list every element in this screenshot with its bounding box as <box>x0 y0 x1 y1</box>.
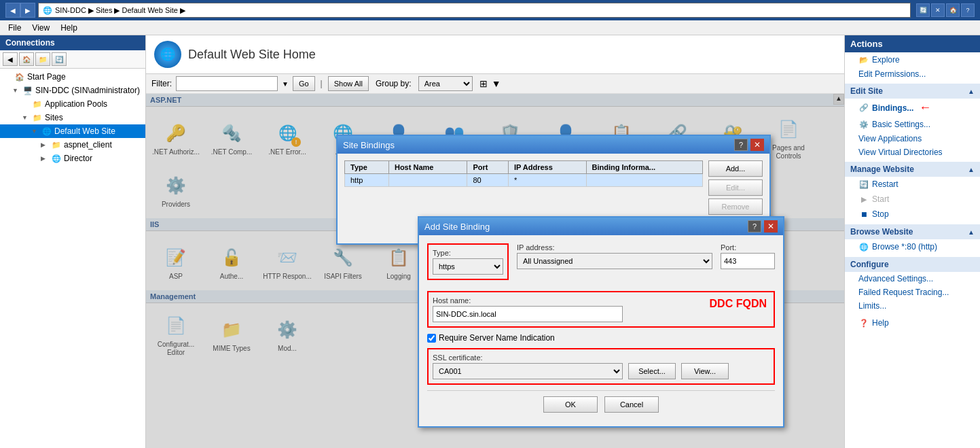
browse-website-header[interactable]: Browse Website ▲ <box>845 224 980 239</box>
expand-icon: ▼ <box>12 87 20 94</box>
connections-header: Connections <box>0 35 145 50</box>
type-select[interactable]: https http <box>433 258 503 275</box>
remove-binding-btn[interactable]: Remove <box>708 199 763 215</box>
help-section: ❓ Help <box>845 315 980 330</box>
start-icon: ▶ <box>858 194 869 205</box>
row-port: 80 <box>467 174 509 187</box>
ip-select[interactable]: All Unassigned <box>517 253 712 269</box>
configure-label: Configure <box>850 260 889 269</box>
col-binding: Binding Informa... <box>586 161 702 174</box>
refresh-icon[interactable]: 🔄 <box>916 3 930 17</box>
bindings-link[interactable]: 🔗 Bindings... ← <box>845 99 980 117</box>
manage-website-label: Manage Website <box>850 165 914 174</box>
expand-icon: ▶ <box>41 141 49 148</box>
sni-checkbox[interactable] <box>427 334 436 343</box>
browse-80-link[interactable]: 🌐 Browse *:80 (http) <box>845 239 980 254</box>
add-binding-titlebar: Add Site Binding ? ✕ <box>419 218 783 235</box>
add-binding-help-btn[interactable]: ? <box>748 220 761 232</box>
add-binding-btn[interactable]: Add... <box>708 160 763 177</box>
explore-label: Explore <box>872 55 900 65</box>
tree-item-aspnet-client[interactable]: ▶ 📁 aspnet_client <box>0 138 145 152</box>
edit-permissions-link[interactable]: Edit Permissions... <box>845 67 980 81</box>
default-web-site-icon: 🌐 <box>41 126 52 137</box>
ok-btn[interactable]: OK <box>543 396 598 413</box>
limits-label: Limits... <box>858 301 886 311</box>
col-type: Type <box>345 161 389 174</box>
stop-link[interactable]: ⏹ Stop <box>845 207 980 222</box>
sidebar-folder-btn[interactable]: 📁 <box>35 52 50 66</box>
restart-label: Restart <box>872 179 899 189</box>
help-icon[interactable]: ? <box>961 3 975 17</box>
ssl-select[interactable]: CA001 <box>433 363 623 379</box>
start-link[interactable]: ▶ Start <box>845 192 980 207</box>
go-button[interactable]: Go <box>293 76 315 91</box>
tree-item-sin-ddc[interactable]: ▼ 🖥️ SIN-DDC (SIN\administrator) <box>0 84 145 97</box>
view-applications-link[interactable]: View Applications <box>845 132 980 145</box>
app-pools-label: Application Pools <box>45 99 107 109</box>
tree-item-default-web-site[interactable]: ▼ 🌐 Default Web Site <box>0 124 145 138</box>
director-label: Director <box>64 154 92 163</box>
site-bindings-help-btn[interactable]: ? <box>734 139 748 151</box>
aspnet-client-icon: 📁 <box>51 139 62 150</box>
tree-item-sites[interactable]: ▼ 📁 Sites <box>0 111 145 124</box>
view-virtual-directories-link[interactable]: View Virtual Directories <box>845 145 980 159</box>
configure-header[interactable]: Configure <box>845 257 980 272</box>
breadcrumb-text: SIN-DDC ▶ Sites ▶ Default Web Site ▶ <box>55 6 185 15</box>
default-web-site-label: Default Web Site <box>54 126 115 136</box>
filter-input[interactable] <box>176 76 278 91</box>
forward-button[interactable]: ▶ <box>20 3 35 18</box>
ip-label: IP address: <box>517 243 712 252</box>
sin-ddc-icon: 🖥️ <box>22 85 33 96</box>
failed-request-link[interactable]: Failed Request Tracing... <box>845 286 980 299</box>
basic-settings-link[interactable]: ⚙️ Basic Settings... <box>845 117 980 132</box>
add-binding-close-btn[interactable]: ✕ <box>764 220 778 232</box>
browse-80-label: Browse *:80 (http) <box>872 242 937 252</box>
group-by-select[interactable]: Area <box>418 76 473 91</box>
file-menu[interactable]: File <box>3 22 26 34</box>
explore-link[interactable]: 📂 Explore <box>845 52 980 67</box>
sin-ddc-label: SIN-DDC (SIN\administrator) <box>35 86 140 95</box>
tree-item-start-page[interactable]: 🏠 Start Page <box>0 70 145 84</box>
app-pools-icon: 📁 <box>32 99 43 109</box>
edit-permissions-label: Edit Permissions... <box>858 69 926 79</box>
edit-site-header[interactable]: Edit Site ▲ <box>845 84 980 99</box>
show-all-button[interactable]: Show All <box>328 76 369 91</box>
stop-icon[interactable]: ✕ <box>931 3 945 17</box>
help-menu[interactable]: Help <box>55 22 83 34</box>
hostname-input[interactable]: SIN-DDC.sin.local <box>433 306 623 322</box>
help-link[interactable]: ❓ Help <box>845 315 980 330</box>
back-button[interactable]: ◀ <box>5 3 20 18</box>
restart-link[interactable]: 🔄 Restart <box>845 177 980 192</box>
address-bar[interactable]: 🌐 SIN-DDC ▶ Sites ▶ Default Web Site ▶ <box>38 3 911 18</box>
advanced-settings-link[interactable]: Advanced Settings... <box>845 272 980 286</box>
manage-website-chevron: ▲ <box>968 166 975 173</box>
group-by-label: Group by: <box>376 79 412 88</box>
view-cert-btn[interactable]: View... <box>681 363 729 379</box>
port-input[interactable]: 443 <box>721 253 775 269</box>
row-ip: * <box>508 174 586 187</box>
sidebar-refresh-btn[interactable]: 🔄 <box>52 52 67 66</box>
edit-site-chevron: ▲ <box>968 88 975 95</box>
icons-area: ▲ ASP.NET 🔑 .NET Authoriz... 🔩 .NET Comp… <box>146 94 844 448</box>
browse-website-label: Browse Website <box>850 227 913 237</box>
table-row[interactable]: http 80 * <box>345 174 703 187</box>
sidebar-back-btn[interactable]: ◀ <box>3 52 18 66</box>
view-menu[interactable]: View <box>26 22 55 34</box>
explore-section: 📂 Explore Edit Permissions... <box>845 52 980 81</box>
manage-website-header[interactable]: Manage Website ▲ <box>845 162 980 177</box>
limits-link[interactable]: Limits... <box>845 299 980 313</box>
home-icon[interactable]: 🏠 <box>946 3 960 17</box>
cancel-btn[interactable]: Cancel <box>604 396 659 413</box>
site-bindings-close-btn[interactable]: ✕ <box>750 139 764 151</box>
edit-binding-btn[interactable]: Edit... <box>708 179 763 196</box>
sidebar-home-btn[interactable]: 🏠 <box>19 52 34 66</box>
view-dropdown[interactable]: ▼ <box>492 78 501 89</box>
select-cert-btn[interactable]: Select... <box>628 363 676 379</box>
tree-item-director[interactable]: ▶ 🌐 Director <box>0 152 145 165</box>
sni-checkbox-row: Require Server Name Indication <box>427 333 775 343</box>
tree-item-app-pools[interactable]: 📁 Application Pools <box>0 97 145 111</box>
explore-icon: 📂 <box>858 54 869 65</box>
stop-icon: ⏹ <box>858 209 869 220</box>
view-icon[interactable]: ⊞ <box>479 78 488 89</box>
filter-bar: Filter: ▼ Go | Show All Group by: Area ⊞… <box>146 74 844 94</box>
